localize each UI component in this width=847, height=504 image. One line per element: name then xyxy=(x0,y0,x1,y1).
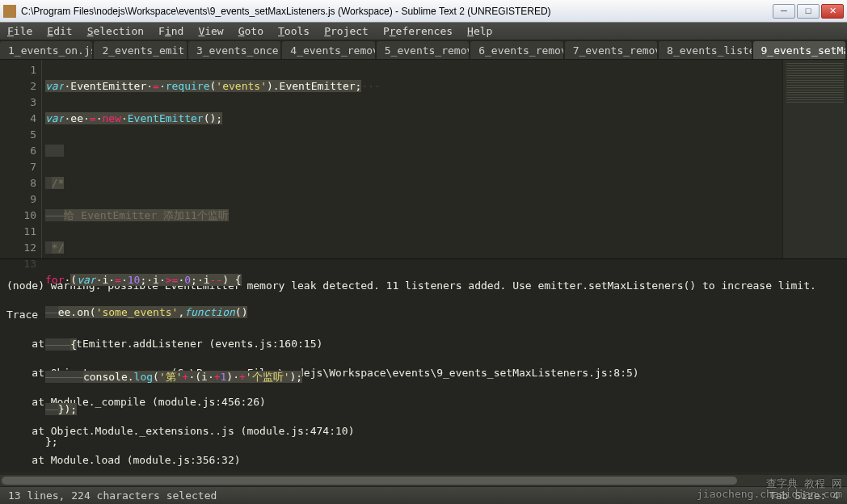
code-content[interactable]: var·EventEmitter·=·require('events').Eve… xyxy=(42,60,782,258)
minimize-button[interactable]: ─ xyxy=(773,4,795,19)
tab-2[interactable]: 2_events_emit.js× xyxy=(94,41,186,59)
menu-view[interactable]: View xyxy=(191,23,230,40)
menu-help[interactable]: Help xyxy=(460,23,499,40)
menu-selection[interactable]: Selection xyxy=(80,23,151,40)
status-selection: 13 lines, 224 characters selected xyxy=(8,489,217,502)
menu-project[interactable]: Project xyxy=(317,23,376,40)
menu-preferences[interactable]: Preferences xyxy=(376,23,460,40)
tab-7[interactable]: 7_events_remove× xyxy=(565,41,657,59)
tab-1[interactable]: 1_events_on.js× xyxy=(0,41,92,59)
tab-5[interactable]: 5_events_remove× xyxy=(377,41,469,59)
tab-6[interactable]: 6_events_remove× xyxy=(470,41,563,59)
minimap[interactable] xyxy=(782,60,847,258)
window-controls: ─ □ ✕ xyxy=(773,4,844,19)
menu-tools[interactable]: Tools xyxy=(271,23,317,40)
maximize-button[interactable]: □ xyxy=(797,4,820,19)
menu-edit[interactable]: Edit xyxy=(40,23,79,40)
menu-file[interactable]: File xyxy=(0,23,40,40)
menu-goto[interactable]: Goto xyxy=(231,23,271,40)
gutter: 12345678910111213 xyxy=(0,60,42,258)
tab-9[interactable]: 9_events_setMax xyxy=(753,41,845,59)
tab-4[interactable]: 4_events_remove× xyxy=(282,41,374,59)
app-icon xyxy=(3,5,16,18)
editor[interactable]: 12345678910111213 var·EventEmitter·=·req… xyxy=(0,60,847,258)
close-button[interactable]: ✕ xyxy=(821,4,844,19)
menubar: File Edit Selection Find View Goto Tools… xyxy=(0,23,847,40)
window-title: C:\Program Files\nodejs\Workspace\events… xyxy=(21,6,773,17)
watermark: 查字典 教程 网 jiaocheng.chazidian.com xyxy=(697,478,842,499)
scrollbar-thumb[interactable] xyxy=(2,477,737,485)
tabbar: 1_events_on.js× 2_events_emit.js× 3_even… xyxy=(0,40,847,60)
menu-find[interactable]: Find xyxy=(151,23,191,40)
tab-3[interactable]: 3_events_once.js× xyxy=(188,41,280,59)
titlebar: C:\Program Files\nodejs\Workspace\events… xyxy=(0,0,847,23)
tab-8[interactable]: 8_events_listene× xyxy=(659,41,751,59)
